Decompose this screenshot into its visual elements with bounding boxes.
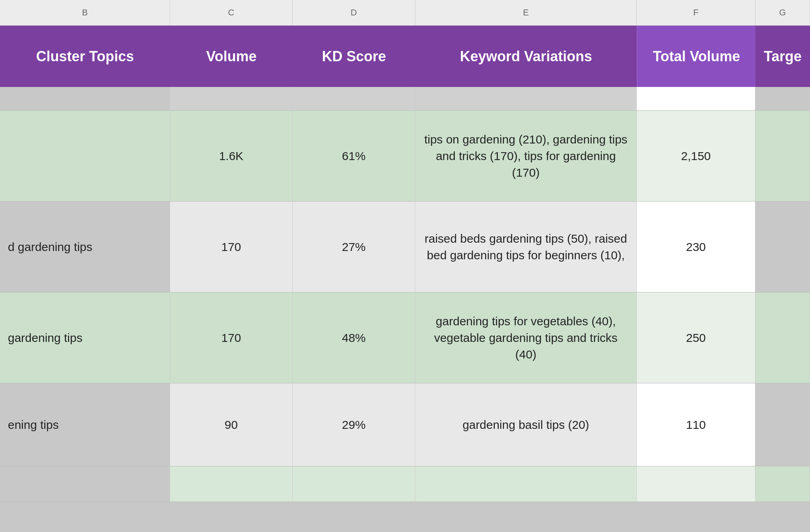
col-header-b: B <box>0 0 170 25</box>
cell-target-2 <box>755 202 810 292</box>
cell-target-1 <box>755 111 810 201</box>
table-row: 1.6K 61% tips on gardening (210), garden… <box>0 111 810 202</box>
header-kd-score: KD Score <box>293 26 415 87</box>
cell-total-volume-3: 250 <box>637 292 755 383</box>
bottom-partial-row <box>0 466 810 502</box>
cell-keyword-variations-1: tips on gardening (210), gardening tips … <box>415 111 637 201</box>
cell-volume-1: 1.6K <box>170 111 293 201</box>
cell-total-volume-1: 2,150 <box>637 111 755 201</box>
cell-cluster-topic-3: gardening tips <box>0 292 170 383</box>
table-row: d gardening tips 170 27% raised beds gar… <box>0 202 810 292</box>
cell-keyword-variations-3: gardening tips for vegetables (40), vege… <box>415 292 637 383</box>
cell-target-4 <box>755 383 810 466</box>
header-total-volume: Total Volume <box>637 26 755 87</box>
cell-volume-2: 170 <box>170 202 293 292</box>
col-header-e: E <box>415 0 637 25</box>
cell-cluster-topic-2: d gardening tips <box>0 202 170 292</box>
header-volume: Volume <box>170 26 293 87</box>
table-row: ening tips 90 29% gardening basil tips (… <box>0 383 810 466</box>
header-target: Targe <box>755 26 810 87</box>
column-letter-headers: B C D E F G <box>0 0 810 26</box>
cell-kd-score-2: 27% <box>293 202 415 292</box>
spacer-row-1 <box>0 87 810 111</box>
col-header-c: C <box>170 0 293 25</box>
cell-target-3 <box>755 292 810 383</box>
cell-kd-score-4: 29% <box>293 383 415 466</box>
cell-total-volume-4: 110 <box>637 383 755 466</box>
cell-kd-score-3: 48% <box>293 292 415 383</box>
cell-volume-3: 170 <box>170 292 293 383</box>
header-keyword-variations: Keyword Variations <box>415 26 637 87</box>
cell-keyword-variations-2: raised beds gardening tips (50), raised … <box>415 202 637 292</box>
table-header-row: Cluster Topics Volume KD Score Keyword V… <box>0 26 810 87</box>
col-header-d: D <box>293 0 415 25</box>
table-area: Cluster Topics Volume KD Score Keyword V… <box>0 26 810 532</box>
col-header-f: F <box>637 0 755 25</box>
cell-cluster-topic-1 <box>0 111 170 201</box>
col-header-g: G <box>755 0 810 25</box>
header-cluster-topics: Cluster Topics <box>0 26 170 87</box>
table-row: gardening tips 170 48% gardening tips fo… <box>0 292 810 383</box>
cell-volume-4: 90 <box>170 383 293 466</box>
cell-kd-score-1: 61% <box>293 111 415 201</box>
cell-keyword-variations-4: gardening basil tips (20) <box>415 383 637 466</box>
spreadsheet: B C D E F G Cluster Topics Volume KD Sco… <box>0 0 810 532</box>
cell-total-volume-2: 230 <box>637 202 755 292</box>
cell-cluster-topic-4: ening tips <box>0 383 170 466</box>
